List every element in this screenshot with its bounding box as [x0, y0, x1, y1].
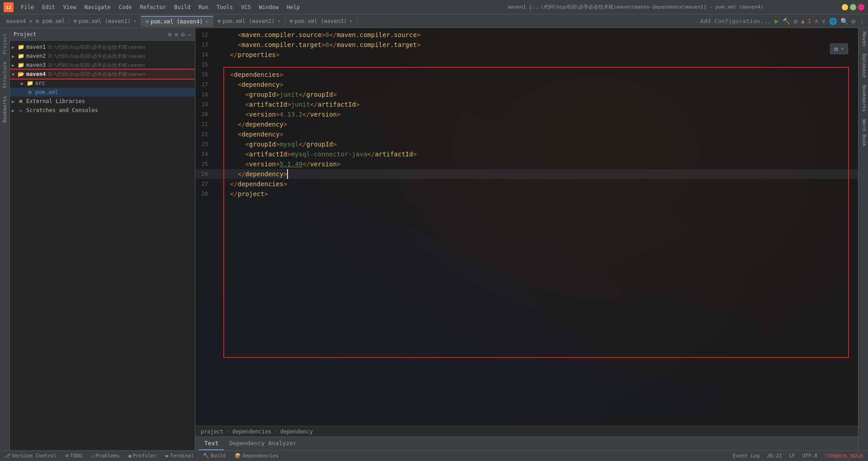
tree-item-maven3[interactable]: ▶ 📁 maven3 D:\代码\hsp培训\必学必会技术栈\maven — [10, 61, 195, 70]
window-controls — [842, 4, 864, 10]
settings-icon[interactable]: ⚙ — [794, 18, 797, 25]
code-line-21: 21 </dependency> — [195, 119, 858, 129]
dependencies-status[interactable]: 📦 Dependencies — [232, 453, 281, 459]
line-ending-status[interactable]: LF — [787, 453, 798, 459]
minimize-button[interactable] — [842, 4, 848, 10]
hide-panel-icon[interactable]: — — [188, 31, 191, 38]
deps-label: Dependencies — [242, 453, 278, 459]
menu-refactor[interactable]: Refactor — [136, 3, 170, 11]
tree-item-pom[interactable]: ▶ m pom.xml — [10, 88, 195, 97]
code-text-22: <dependency> — [222, 129, 283, 139]
text-tab[interactable]: Text — [199, 437, 224, 450]
breadcrumb-item-dependencies[interactable]: dependencies — [232, 428, 272, 435]
breadcrumb-item-dependency[interactable]: dependency — [280, 428, 313, 435]
code-lines: 12 <maven.compiler.source>8</maven.compi… — [195, 28, 858, 199]
version-control-status[interactable]: ⎇ Version Control — [2, 453, 59, 459]
tab-maven2[interactable]: m pom.xml (maven2) ✕ — [213, 16, 285, 26]
line-num-23: 23 — [195, 139, 213, 149]
maven-panel-tab[interactable]: Maven — [859, 28, 868, 50]
encoding-status[interactable]: UTF-8 — [800, 453, 820, 459]
menu-help[interactable]: Help — [283, 3, 303, 11]
menu-window[interactable]: Window — [255, 3, 282, 11]
close-button[interactable] — [858, 4, 864, 10]
tree-item-scratches[interactable]: ▶ ✏ Scratches and Consoles — [10, 106, 195, 115]
wordbook-tab[interactable]: Word Book — [859, 116, 868, 150]
tree-item-maven4[interactable]: ▼ 📂 maven4 D:\代码\hsp培训\必学必会技术栈\maven — [10, 70, 195, 79]
folder-icon-maven2: 📁 — [17, 52, 24, 60]
expand-icon[interactable]: ∨ — [822, 18, 826, 24]
collapse-all-icon[interactable]: ≡ — [175, 31, 178, 38]
problems-label: Problems — [95, 453, 119, 459]
tree-label-scratches: Scratches and Consoles — [26, 107, 98, 113]
tree-item-external-libs[interactable]: ▶ ⊞ External Libraries — [10, 97, 195, 106]
event-log-status[interactable]: Event Log — [730, 453, 763, 459]
maven2-tab-close[interactable]: ✕ — [278, 19, 280, 24]
terminal-status[interactable]: ▶ Terminal — [163, 453, 197, 459]
tree-path-maven4: D:\代码\hsp培训\必学必会技术栈\maven — [48, 71, 145, 78]
tree-item-maven2[interactable]: ▶ 📁 maven2 D:\代码\hsp培训\必学必会技术栈\maven — [10, 52, 195, 61]
menu-vcs[interactable]: VCS — [237, 3, 255, 11]
line-num-25: 25 — [195, 159, 213, 169]
build-button[interactable]: 🔨 — [783, 18, 790, 25]
add-module-icon[interactable]: ⊕ — [168, 31, 171, 38]
tree-path-maven1: D:\代码\hsp培训\必学必会技术栈\maven — [48, 44, 145, 51]
line-ending-label: LF — [789, 453, 795, 459]
tree-label-maven3: maven3 — [26, 62, 46, 68]
arrow-maven3: ▶ — [12, 63, 17, 68]
todo-icon: ≡ — [66, 453, 69, 459]
menu-navigate[interactable]: Navigate — [81, 3, 114, 11]
tree-item-src[interactable]: ▶ 📁 src — [10, 79, 195, 88]
maven4-tab-close[interactable]: ✕ — [206, 19, 208, 24]
line-num-15: 15 — [195, 60, 213, 70]
line-num-20: 20 — [195, 109, 213, 119]
tab-maven3[interactable]: m pom.xml (maven3) ✕ — [285, 16, 357, 26]
collapse-icon[interactable]: ∧ — [815, 18, 818, 24]
line-num-16: 16 — [195, 70, 213, 80]
maximize-button[interactable] — [850, 4, 856, 10]
tree-item-maven1[interactable]: ▶ 📁 maven1 D:\代码\hsp培训\必学必会技术栈\maven — [10, 42, 195, 52]
editor-area: 12 <maven.compiler.source>8</maven.compi… — [195, 28, 858, 450]
translate-icon[interactable]: 🌐 — [829, 18, 837, 25]
dep-analyzer-tab[interactable]: Dependency Analyzer — [224, 437, 302, 450]
problems-status[interactable]: ⚠ Problems — [88, 453, 122, 459]
menu-edit[interactable]: Edit — [38, 3, 59, 11]
code-line-23: 23 <groupId>mysql</groupId> — [195, 139, 858, 149]
menu-file[interactable]: File — [17, 3, 38, 11]
search-icon[interactable]: 🔍 — [840, 18, 848, 25]
breadcrumb-item-project[interactable]: project — [201, 428, 224, 435]
arrow-src: ▶ — [21, 81, 26, 86]
tab-maven4[interactable]: m pom.xml (maven4) ✕ — [141, 16, 213, 27]
maven1-tab-close[interactable]: ✕ — [133, 19, 136, 24]
folder-icon-maven4: 📂 — [17, 71, 24, 78]
code-line-22: 22 <dependency> — [195, 129, 858, 139]
menu-run[interactable]: Run — [195, 3, 212, 11]
run-button[interactable]: ▶ — [774, 17, 779, 25]
menu-tools[interactable]: Tools — [213, 3, 236, 11]
code-text-28: </project> — [222, 189, 268, 199]
run-config-button[interactable]: Add Configuration... — [700, 18, 771, 24]
bookmarks-panel-tab[interactable]: Bookmarks — [1, 92, 9, 127]
tab-maven1[interactable]: m pom.xml (maven1) ✕ — [69, 16, 141, 26]
arrow-maven4: ▼ — [12, 72, 17, 77]
database-panel-tab[interactable]: Database — [859, 50, 868, 81]
maven3-tab-close[interactable]: ✕ — [349, 19, 352, 24]
line-num-26: 26 — [195, 169, 213, 179]
settings-panel-icon[interactable]: ⚙ — [181, 31, 184, 38]
menu-build[interactable]: Build — [170, 3, 194, 11]
maven-indicator-close[interactable]: × — [841, 46, 844, 52]
menu-view[interactable]: View — [60, 3, 80, 11]
code-area[interactable]: 12 <maven.compiler.source>8</maven.compi… — [195, 28, 858, 426]
bookmarks-right-tab[interactable]: Bookmarks — [859, 81, 868, 116]
code-text-18: <groupId>junit</groupId> — [222, 89, 337, 99]
todo-status[interactable]: ≡ TODO — [63, 453, 85, 459]
gear-icon[interactable]: ⚙ — [852, 18, 855, 25]
project-panel-tab[interactable]: Project — [1, 30, 9, 58]
line-num-13: 13 — [195, 40, 213, 50]
profiler-status[interactable]: ◉ Profiler — [126, 453, 160, 459]
menu-code[interactable]: Code — [115, 3, 136, 11]
bottom-tabs: Text Dependency Analyzer — [195, 437, 858, 450]
tree-label-pom: pom.xml — [35, 89, 58, 95]
more-actions-icon[interactable]: ⋮ — [859, 18, 865, 25]
structure-panel-tab[interactable]: Structure — [1, 58, 9, 92]
build-status[interactable]: 🔨 Build — [200, 453, 228, 459]
